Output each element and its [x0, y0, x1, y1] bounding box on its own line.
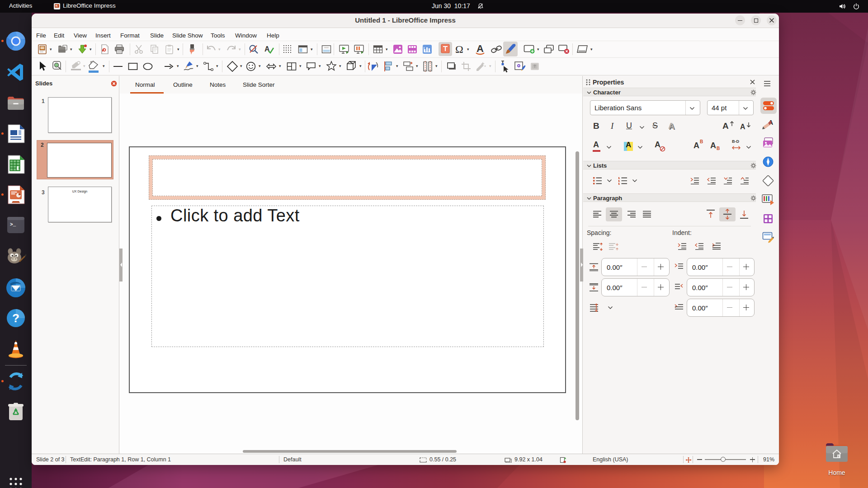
svg-text:>_: >_: [10, 222, 16, 227]
svg-text:A: A: [476, 43, 484, 54]
svg-text:?: ?: [12, 311, 19, 325]
svg-text:Ω: Ω: [455, 43, 463, 55]
